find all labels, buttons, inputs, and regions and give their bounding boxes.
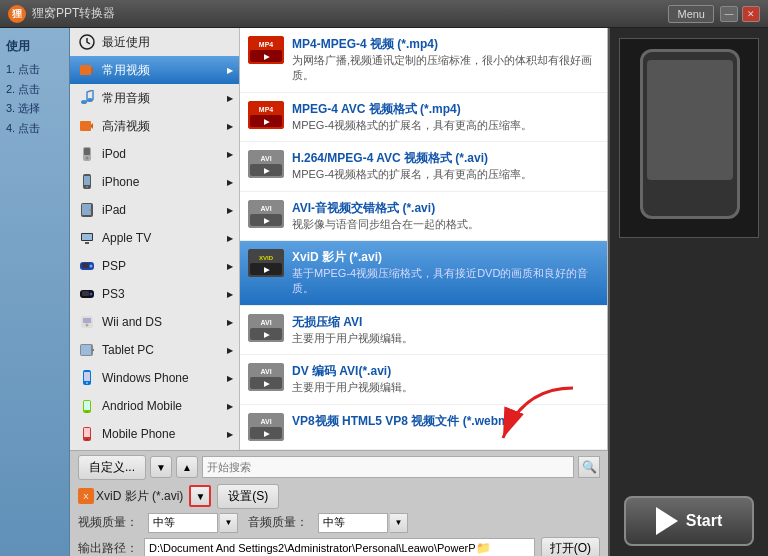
svg-rect-23 — [82, 291, 89, 296]
menu-item-common_audio[interactable]: 常用音频 — [70, 84, 239, 112]
menu-icon-android — [78, 397, 96, 415]
path-input[interactable]: D:\Document And Settings2\Administrator\… — [144, 538, 535, 556]
app-logo: 狸 — [8, 5, 26, 23]
menu-item-common_video[interactable]: 常用视频 — [70, 56, 239, 84]
format-title-mp4_avc: MPEG-4 AVC 视频格式 (*.mp4) — [292, 101, 532, 118]
svg-text:MP4: MP4 — [259, 41, 274, 48]
menu-label-tablet_pc: Tablet PC — [102, 343, 154, 357]
step-3: 3. 选择 — [6, 100, 63, 118]
format-icon-xvid: XVID▶ — [248, 249, 284, 277]
menu-item-mobile[interactable]: Mobile Phone — [70, 420, 239, 448]
format-title-avi_lossless: 无损压缩 AVI — [292, 314, 413, 331]
menu-icon-psp — [78, 257, 96, 275]
menu-label-common_audio: 常用音频 — [102, 90, 150, 107]
svg-point-3 — [81, 100, 87, 104]
svg-point-33 — [86, 382, 88, 384]
menu-icon-iphone — [78, 173, 96, 191]
custom-button[interactable]: 自定义... — [78, 455, 146, 480]
open-button[interactable]: 打开(O) — [541, 537, 600, 556]
menu-item-windows_phone[interactable]: Windows Phone — [70, 364, 239, 392]
preview-area — [619, 38, 759, 238]
menu-label-hd_video: 高清视频 — [102, 118, 150, 135]
format-item-mp4_avc[interactable]: MP4▶MPEG-4 AVC 视频格式 (*.mp4)MPEG-4视频格式的扩展… — [240, 93, 607, 142]
format-item-h264_avi[interactable]: AVI▶H.264/MPEG-4 AVC 视频格式 (*.avi)MPEG-4视… — [240, 142, 607, 191]
svg-rect-26 — [83, 318, 91, 323]
menu-icon-common_audio — [78, 89, 96, 107]
menu-label-ipod: iPod — [102, 147, 126, 161]
format-item-avi_audio[interactable]: AVI▶AVI-音视频交错格式 (*.avi)视影像与语音同步组合在一起的格式。 — [240, 192, 607, 241]
menu-item-tablet_pc[interactable]: Tablet PC — [70, 336, 239, 364]
search-input[interactable] — [202, 456, 574, 478]
menu-item-apple_tv[interactable]: Apple TV — [70, 224, 239, 252]
video-quality-label: 视频质量： — [78, 514, 138, 531]
title-bar: 狸 狸窝PPT转换器 Menu — ✕ — [0, 0, 768, 28]
minimize-button[interactable]: — — [720, 6, 738, 22]
step-1: 1. 点击 — [6, 61, 63, 79]
start-button[interactable]: Start — [624, 496, 754, 546]
menu-icon-wii_ds — [78, 313, 96, 331]
menu-label-mobile: Mobile Phone — [102, 427, 175, 441]
down-arrow-btn[interactable]: ▼ — [150, 456, 172, 478]
menu-label-common_video: 常用视频 — [102, 62, 150, 79]
svg-marker-6 — [91, 123, 93, 129]
folder-icon: 📁 — [476, 541, 491, 555]
format-desc-dv_avi: 主要用于用户视频编辑。 — [292, 380, 413, 395]
settings-button[interactable]: 设置(S) — [217, 484, 279, 509]
format-icon-mp4_mpeg4: MP4▶ — [248, 36, 284, 64]
menu-button[interactable]: Menu — [668, 5, 714, 23]
format-item-xvid[interactable]: XVID▶XviD 影片 (*.avi)基于MPEG-4视频压缩格式，具有接近D… — [240, 241, 607, 306]
svg-rect-11 — [84, 176, 90, 185]
format-title-dv_avi: DV 编码 AVI(*.avi) — [292, 363, 413, 380]
format-title-xvid: XviD 影片 (*.avi) — [292, 249, 599, 266]
search-button[interactable]: 🔍 — [578, 456, 600, 478]
app-title: 狸窝PPT转换器 — [32, 5, 668, 22]
menu-icon-ipad — [78, 201, 96, 219]
svg-rect-18 — [85, 242, 89, 244]
format-desc-xvid: 基于MPEG-4视频压缩格式，具有接近DVD的画质和良好的音质。 — [292, 266, 599, 297]
preset-dropdown[interactable]: ▼ — [189, 485, 211, 507]
format-item-mp4_mpeg4[interactable]: MP4▶MP4-MPEG-4 视频 (*.mp4)为网络广播,视频通讯定制的压缩… — [240, 28, 607, 93]
step-2: 2. 点击 — [6, 81, 63, 99]
phone-screen — [647, 60, 733, 180]
audio-quality-arrow[interactable]: ▼ — [390, 513, 408, 533]
menu-item-iphone[interactable]: iPhone — [70, 168, 239, 196]
video-quality-arrow[interactable]: ▼ — [220, 513, 238, 533]
video-quality-value[interactable]: 中等 — [148, 513, 218, 533]
svg-point-15 — [90, 209, 92, 211]
main-container: 使用 1. 点击 2. 点击 3. 选择 4. 点击 最近使用常用视频常用音频高… — [0, 28, 768, 556]
menu-item-ipod[interactable]: iPod — [70, 140, 239, 168]
audio-quality-label: 音频质量： — [248, 514, 308, 531]
svg-text:AVI: AVI — [260, 205, 271, 212]
menu-item-android[interactable]: Andriod Mobile — [70, 392, 239, 420]
menu-item-hd_video[interactable]: 高清视频 — [70, 112, 239, 140]
menu-item-ps3[interactable]: PS3 — [70, 280, 239, 308]
format-icon-h264_avi: AVI▶ — [248, 150, 284, 178]
svg-rect-17 — [82, 234, 92, 240]
menu-item-ipad[interactable]: iPad — [70, 196, 239, 224]
menu-label-windows_phone: Windows Phone — [102, 371, 189, 385]
svg-point-27 — [86, 324, 89, 327]
video-quality-select[interactable]: 中等 ▼ — [148, 513, 238, 533]
menu-item-wii_ds[interactable]: Wii and DS — [70, 308, 239, 336]
audio-quality-select[interactable]: 中等 ▼ — [318, 513, 408, 533]
up-arrow-btn[interactable]: ▲ — [176, 456, 198, 478]
svg-rect-20 — [82, 263, 89, 268]
menu-item-recent[interactable]: 最近使用 — [70, 28, 239, 56]
format-desc-h264_avi: MPEG-4视频格式的扩展名，具有更高的压缩率。 — [292, 167, 532, 182]
svg-text:MP4: MP4 — [259, 106, 274, 113]
svg-point-4 — [87, 98, 93, 102]
menu-item-psp[interactable]: PSP — [70, 252, 239, 280]
svg-point-24 — [90, 293, 93, 296]
menu-area: 最近使用常用视频常用音频高清视频iPodiPhoneiPadApple TVPS… — [70, 28, 608, 450]
svg-point-36 — [86, 411, 88, 413]
format-item-vp8_webm[interactable]: AVI▶VP8视频 HTML5 VP8 视频文件 (*.webm) — [240, 405, 607, 450]
format-item-avi_lossless[interactable]: AVI▶无损压缩 AVI主要用于用户视频编辑。 — [240, 306, 607, 355]
format-icon-dv_avi: AVI▶ — [248, 363, 284, 391]
close-button[interactable]: ✕ — [742, 6, 760, 22]
audio-quality-value[interactable]: 中等 — [318, 513, 388, 533]
format-desc-avi_lossless: 主要用于用户视频编辑。 — [292, 331, 413, 346]
start-label: Start — [686, 512, 722, 530]
custom-row: 自定义... ▼ ▲ 🔍 — [78, 455, 600, 480]
svg-marker-2 — [91, 67, 93, 73]
format-item-dv_avi[interactable]: AVI▶DV 编码 AVI(*.avi)主要用于用户视频编辑。 — [240, 355, 607, 404]
